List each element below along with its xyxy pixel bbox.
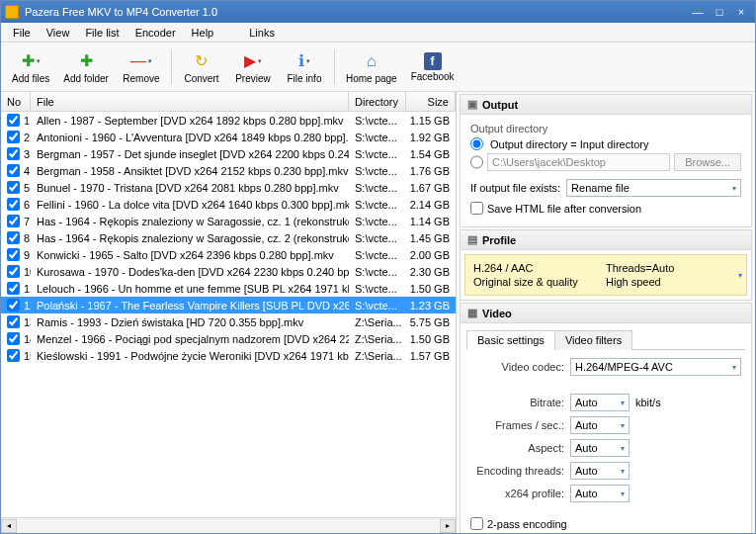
home-page-button[interactable]: ⌂ Home page bbox=[341, 45, 402, 89]
minimize-button[interactable]: — bbox=[688, 5, 708, 19]
row-checkbox[interactable] bbox=[7, 315, 20, 328]
size-cell: 2.00 GB bbox=[406, 249, 456, 261]
row-checkbox[interactable] bbox=[7, 265, 20, 278]
aspect-select[interactable]: Auto▾ bbox=[570, 439, 630, 457]
scroll-right-button[interactable]: ▸ bbox=[440, 519, 456, 533]
facebook-button[interactable]: f Facebook bbox=[406, 45, 460, 89]
convert-button[interactable]: ↻ Convert bbox=[178, 45, 225, 89]
fps-select[interactable]: Auto▾ bbox=[570, 416, 630, 434]
file-name-cell: Kurosawa - 1970 - Dodes'ka-den [DVD x264… bbox=[31, 266, 349, 278]
size-cell: 1.57 GB bbox=[406, 350, 456, 362]
row-checkbox[interactable] bbox=[7, 231, 20, 244]
row-checkbox[interactable] bbox=[7, 282, 20, 295]
threads-label: Encoding threads: bbox=[470, 465, 564, 477]
output-header[interactable]: ▣ Output bbox=[461, 95, 751, 115]
menu-encoder[interactable]: Encoder bbox=[127, 25, 184, 41]
profile-header[interactable]: ▤ Profile bbox=[461, 230, 751, 250]
scroll-left-button[interactable]: ◂ bbox=[1, 519, 17, 533]
bitrate-select[interactable]: Auto▾ bbox=[570, 394, 630, 411]
col-directory[interactable]: Directory bbox=[349, 92, 406, 111]
row-checkbox[interactable] bbox=[7, 131, 20, 143]
tab-video-filters[interactable]: Video filters bbox=[554, 330, 632, 350]
table-row[interactable]: 2Antonioni - 1960 - L'Avventura [DVD x26… bbox=[1, 129, 456, 145]
close-button[interactable]: × bbox=[731, 5, 751, 19]
maximize-button[interactable]: □ bbox=[710, 5, 729, 19]
table-row[interactable]: 5Bunuel - 1970 - Tristana [DVD x264 2081… bbox=[1, 179, 456, 196]
menu-filelist[interactable]: File list bbox=[77, 25, 126, 41]
row-checkbox[interactable] bbox=[7, 332, 20, 345]
tab-basic-settings[interactable]: Basic settings bbox=[466, 330, 555, 350]
directory-cell: Z:\Seria... bbox=[349, 316, 406, 328]
file-name-cell: Lelouch - 1966 - Un homme et une femme [… bbox=[31, 283, 349, 295]
table-row[interactable]: 8Has - 1964 - Rękopis znaleziony w Sarag… bbox=[1, 229, 456, 246]
size-cell: 1.50 GB bbox=[406, 283, 456, 295]
output-path-input[interactable] bbox=[487, 153, 670, 171]
file-name-cell: Polański - 1967 - The Fearless Vampire K… bbox=[31, 300, 349, 312]
row-checkbox[interactable] bbox=[7, 147, 20, 160]
file-name-cell: Konwicki - 1965 - Salto [DVD x264 2396 k… bbox=[31, 249, 349, 261]
folder-icon: ▣ bbox=[466, 99, 478, 111]
title-bar: Pazera Free MKV to MP4 Converter 1.0 — □… bbox=[1, 1, 755, 23]
facebook-icon: f bbox=[424, 52, 442, 70]
scroll-track[interactable] bbox=[17, 519, 440, 533]
menu-view[interactable]: View bbox=[39, 25, 78, 41]
remove-button[interactable]: —▾ Remove bbox=[118, 45, 165, 89]
table-row[interactable]: 3Bergman - 1957 - Det sjunde inseglet [D… bbox=[1, 145, 456, 162]
chevron-down-icon: ▾ bbox=[738, 271, 742, 280]
exists-select[interactable]: Rename file▾ bbox=[566, 179, 741, 197]
twopass-checkbox[interactable] bbox=[470, 517, 483, 530]
horizontal-scrollbar[interactable]: ◂ ▸ bbox=[1, 517, 456, 533]
video-header[interactable]: ▦ Video bbox=[461, 304, 751, 323]
directory-cell: S:\vcte... bbox=[349, 199, 406, 211]
output-custom-dir-radio[interactable] bbox=[470, 153, 483, 171]
table-row[interactable]: 6Fellini - 1960 - La dolce vita [DVD x26… bbox=[1, 196, 456, 213]
file-name-cell: Has - 1964 - Rękopis znaleziony w Sarago… bbox=[31, 232, 349, 244]
table-row[interactable]: 11Lelouch - 1966 - Un homme et une femme… bbox=[1, 280, 456, 297]
menu-file[interactable]: File bbox=[5, 25, 39, 41]
row-checkbox[interactable] bbox=[7, 215, 20, 227]
file-name-cell: Allen - 1987 - September [DVD x264 1892 … bbox=[31, 115, 349, 127]
x264-select[interactable]: Auto▾ bbox=[570, 485, 630, 502]
directory-cell: S:\vcte... bbox=[349, 132, 406, 143]
profile-select[interactable]: H.264 / AAC Original size & quality Thre… bbox=[464, 254, 747, 296]
row-checkbox[interactable] bbox=[7, 299, 20, 312]
grid-body[interactable]: 1Allen - 1987 - September [DVD x264 1892… bbox=[1, 112, 456, 517]
add-folder-button[interactable]: ✚ Add folder bbox=[58, 45, 114, 89]
table-row[interactable]: 14Menzel - 1966 - Pociągi pod specjalnym… bbox=[1, 330, 456, 347]
save-html-checkbox[interactable] bbox=[470, 202, 483, 215]
table-row[interactable]: 10Kurosawa - 1970 - Dodes'ka-den [DVD x2… bbox=[1, 263, 456, 280]
directory-cell: S:\vcte... bbox=[349, 266, 406, 278]
menu-links[interactable]: Links bbox=[241, 25, 283, 41]
threads-select[interactable]: Auto▾ bbox=[570, 462, 630, 480]
table-row[interactable]: 15Kieślowski - 1991 - Podwójne życie Wer… bbox=[1, 347, 456, 364]
table-row[interactable]: 7Has - 1964 - Rękopis znaleziony w Sarag… bbox=[1, 213, 456, 229]
col-file[interactable]: File bbox=[31, 92, 349, 111]
add-files-button[interactable]: ✚▾ Add files bbox=[7, 45, 54, 89]
row-checkbox[interactable] bbox=[7, 248, 20, 261]
row-checkbox[interactable] bbox=[7, 198, 20, 211]
size-cell: 1.14 GB bbox=[406, 216, 456, 227]
browse-button[interactable]: Browse... bbox=[674, 153, 741, 171]
row-checkbox[interactable] bbox=[7, 181, 20, 194]
table-row[interactable]: 12Polański - 1967 - The Fearless Vampire… bbox=[1, 297, 456, 313]
file-name-cell: Fellini - 1960 - La dolce vita [DVD x264… bbox=[31, 199, 349, 211]
col-no[interactable]: No bbox=[1, 92, 31, 111]
table-row[interactable]: 13Ramis - 1993 - Dzień świstaka [HD 720 … bbox=[1, 313, 456, 330]
row-checkbox[interactable] bbox=[7, 114, 20, 127]
file-name-cell: Bergman - 1957 - Det sjunde inseglet [DV… bbox=[31, 148, 349, 160]
preview-button[interactable]: ▶▾ Preview bbox=[229, 45, 277, 89]
file-name-cell: Ramis - 1993 - Dzień świstaka [HD 720 0.… bbox=[31, 316, 349, 328]
output-same-dir-radio[interactable] bbox=[470, 137, 483, 150]
col-size[interactable]: Size bbox=[406, 92, 456, 111]
table-row[interactable]: 4Bergman - 1958 - Ansiktet [DVD x264 215… bbox=[1, 162, 456, 179]
menu-help[interactable]: Help bbox=[184, 25, 222, 41]
file-info-button[interactable]: ℹ▾ File info bbox=[281, 45, 328, 89]
row-checkbox[interactable] bbox=[7, 164, 20, 177]
row-checkbox[interactable] bbox=[7, 349, 20, 362]
file-name-cell: Bergman - 1958 - Ansiktet [DVD x264 2152… bbox=[31, 165, 349, 177]
size-cell: 1.45 GB bbox=[406, 232, 456, 244]
minus-icon: —▾ bbox=[130, 50, 152, 72]
video-codec-select[interactable]: H.264/MPEG-4 AVC▾ bbox=[570, 358, 741, 376]
table-row[interactable]: 9Konwicki - 1965 - Salto [DVD x264 2396 … bbox=[1, 246, 456, 263]
table-row[interactable]: 1Allen - 1987 - September [DVD x264 1892… bbox=[1, 112, 456, 129]
